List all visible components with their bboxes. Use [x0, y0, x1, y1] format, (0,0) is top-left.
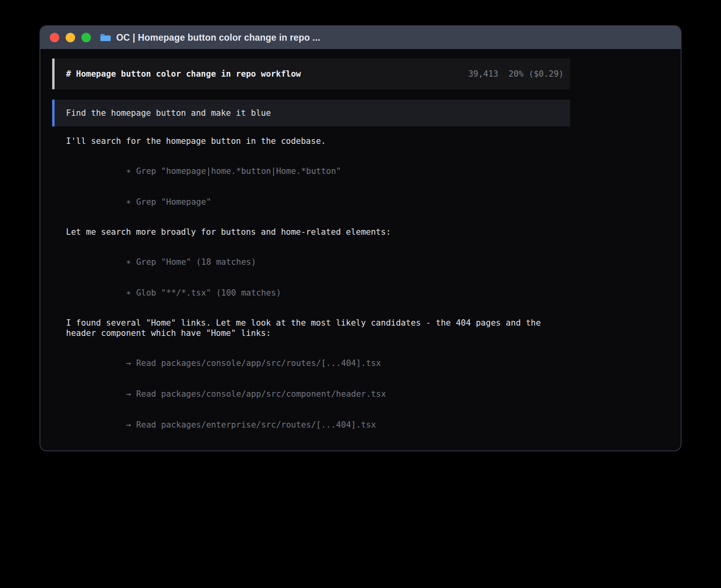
tool-call-line: ∗Grep "Homepage" — [66, 187, 570, 217]
read-call-text: Read packages/console/app/src/routes/[..… — [136, 358, 381, 368]
session-stats: 39,413 20% ($0.29) — [468, 69, 564, 79]
tool-call-line: ∗Grep "Home" (18 matches) — [66, 247, 570, 277]
minimize-button[interactable] — [66, 33, 75, 42]
assistant-paragraph: I'll search for the homepage button in t… — [66, 136, 566, 146]
session-header: # Homepage button color change in repo w… — [52, 58, 570, 89]
tool-call-group: ∗Grep "Home" (18 matches) ∗Glob "**/*.ts… — [66, 247, 570, 308]
assistant-paragraph: Let me search more broadly for buttons a… — [66, 227, 566, 237]
traffic-lights — [50, 33, 91, 42]
tool-call-text: Grep "Home" (18 matches) — [136, 257, 256, 267]
arrow-right-icon: → — [126, 420, 131, 430]
zoom-button[interactable] — [81, 33, 91, 42]
assistant-paragraph: I found several "Home" links. Let me loo… — [66, 318, 566, 338]
read-call-text: Read packages/enterprise/src/routes/[...… — [136, 420, 376, 430]
titlebar[interactable]: OC | Homepage button color change in rep… — [40, 26, 681, 49]
arrow-right-icon: → — [126, 358, 131, 368]
session-title: # Homepage button color change in repo w… — [66, 69, 301, 79]
content-column: # Homepage button color change in repo w… — [52, 58, 570, 450]
tool-call-text: Glob "**/*.tsx" (100 matches) — [136, 288, 281, 298]
assistant-transcript: I'll search for the homepage button in t… — [52, 126, 570, 450]
assistant-paragraph: I found "Home" buttons/links in multiple… — [66, 450, 566, 450]
asterisk-bullet-icon: ∗ — [126, 257, 131, 267]
tool-call-text: Grep "Homepage" — [136, 197, 211, 207]
asterisk-bullet-icon: ∗ — [126, 166, 131, 176]
token-count: 39,413 — [468, 69, 498, 79]
arrow-right-icon: → — [126, 389, 131, 399]
read-call-group: →Read packages/console/app/src/routes/[.… — [66, 348, 570, 440]
close-button[interactable] — [50, 33, 59, 42]
tool-call-text: Grep "homepage|home.*button|Home.*button… — [136, 166, 341, 176]
user-message-text: Find the homepage button and make it blu… — [66, 108, 271, 118]
context-percent: 20% — [509, 69, 524, 79]
session-cost: ($0.29) — [528, 69, 564, 79]
asterisk-bullet-icon: ∗ — [126, 197, 131, 207]
folder-icon — [100, 33, 111, 42]
read-call-line: →Read packages/enterprise/src/routes/[..… — [66, 409, 570, 440]
terminal-window: OC | Homepage button color change in rep… — [40, 25, 681, 451]
read-call-text: Read packages/console/app/src/component/… — [136, 389, 386, 399]
user-message: Find the homepage button and make it blu… — [52, 100, 570, 126]
asterisk-bullet-icon: ∗ — [126, 288, 131, 298]
tool-call-group: ∗Grep "homepage|home.*button|Home.*butto… — [66, 156, 570, 217]
read-call-line: →Read packages/console/app/src/routes/[.… — [66, 348, 570, 379]
tool-call-line: ∗Glob "**/*.tsx" (100 matches) — [66, 277, 570, 308]
window-title: OC | Homepage button color change in rep… — [116, 32, 320, 43]
read-call-line: →Read packages/console/app/src/component… — [66, 379, 570, 409]
tool-call-line: ∗Grep "homepage|home.*button|Home.*butto… — [66, 156, 570, 187]
terminal-content: # Homepage button color change in repo w… — [40, 49, 681, 450]
